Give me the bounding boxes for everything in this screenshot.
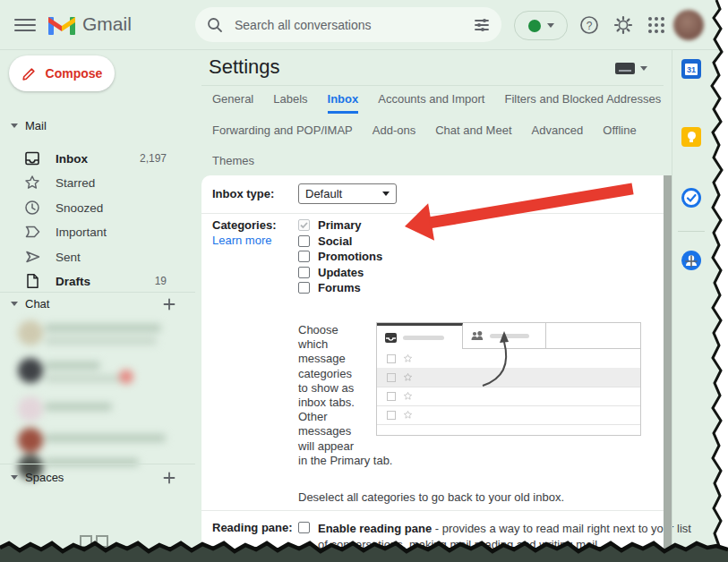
checkbox-unchecked [298, 235, 310, 247]
restore-windows-icon[interactable] [80, 535, 108, 548]
vertical-scrollbar[interactable] [664, 175, 672, 562]
chat-name-redacted[interactable] [45, 458, 139, 466]
new-chat-plus-icon[interactable] [162, 297, 176, 311]
spaces-section-label: Spaces [25, 471, 64, 484]
drafts-count: 19 [155, 275, 167, 287]
category-option-primary[interactable]: Primary [298, 218, 361, 232]
get-add-ons-plus-icon[interactable] [684, 254, 704, 274]
tab-accounts-and-import[interactable]: Accounts and Import [378, 92, 484, 114]
avatar[interactable] [18, 358, 43, 383]
gear-icon[interactable] [612, 14, 634, 36]
category-label: Promotions [318, 250, 382, 263]
row-divider [201, 510, 664, 511]
settings-tabs-row-1: General Labels Inbox Accounts and Import… [212, 92, 661, 114]
reading-pane-option-title: Enable reading pane [318, 522, 432, 535]
main-menu-icon[interactable] [14, 14, 36, 36]
reading-pane-checkbox[interactable] [298, 522, 310, 533]
category-option-promotions[interactable]: Promotions [298, 250, 382, 263]
annotation-arrow [402, 169, 638, 244]
category-label: Social [318, 234, 352, 248]
settings-tabs-row-2: Forwarding and POP/IMAP Add-ons Chat and… [212, 123, 637, 137]
search-bar[interactable] [195, 7, 501, 42]
sidebar-item-label: Important [56, 226, 107, 239]
chat-status-chip[interactable] [514, 11, 568, 40]
tab-inbox[interactable]: Inbox [328, 92, 359, 114]
gmail-logo[interactable]: Gmail [48, 13, 132, 35]
search-input[interactable] [233, 17, 473, 33]
category-option-forums[interactable]: Forums [298, 281, 361, 294]
spaces-section-header[interactable]: Spaces [11, 471, 64, 484]
bulb-stem [689, 140, 693, 142]
chat-name-redacted[interactable] [45, 403, 112, 411]
sidebar-item-label: Snoozed [56, 201, 103, 215]
search-icon [206, 16, 224, 34]
tab-forwarding-pop-imap[interactable]: Forwarding and POP/IMAP [212, 123, 353, 137]
profile-avatar[interactable] [673, 10, 704, 40]
inbox-icon [23, 149, 41, 167]
avatar[interactable] [18, 320, 43, 345]
tab-add-ons[interactable]: Add-ons [373, 123, 415, 137]
collapse-triangle-icon [11, 302, 18, 306]
important-tag-icon [23, 223, 41, 241]
chat-name-redacted[interactable] [45, 362, 100, 370]
product-name: Gmail [82, 13, 132, 35]
inbox-type-value: Default [305, 187, 342, 200]
category-option-updates[interactable]: Updates [298, 266, 364, 279]
tab-general[interactable]: General [212, 92, 253, 114]
help-icon[interactable]: ? [578, 14, 600, 36]
chat-name-redacted[interactable] [45, 324, 161, 332]
sidebar-item-label: Inbox [56, 152, 88, 166]
chat-preview-redacted [45, 337, 157, 345]
avatar[interactable] [18, 428, 43, 453]
sidebar-item-label: Starred [56, 176, 95, 190]
left-sidebar: Compose Mail Inbox 2,197 Starred S [0, 50, 195, 562]
top-bar: Gmail ? [0, 0, 728, 50]
clock-icon [23, 199, 41, 217]
illustration-primary-tab [377, 323, 463, 349]
inbox-type-label: Inbox type: [212, 187, 274, 200]
new-space-plus-icon[interactable] [162, 471, 176, 485]
chat-preview-redacted [45, 375, 127, 382]
deselect-note: Deselect all categories to go back to yo… [298, 490, 564, 504]
sidebar-item-important[interactable]: Important [0, 220, 188, 243]
tab-filters-and-blocked-addresses[interactable]: Filters and Blocked Addresses [504, 92, 661, 114]
mail-section-header[interactable]: Mail [11, 119, 47, 132]
chat-name-redacted[interactable] [45, 434, 166, 442]
tab-chat-and-meet[interactable]: Chat and Meet [435, 123, 511, 137]
calendar-icon[interactable]: 31 [681, 59, 701, 79]
sidebar-item-sent[interactable]: Sent [0, 245, 188, 268]
display-density-control[interactable] [615, 63, 647, 74]
learn-more-link[interactable]: Learn more [212, 234, 271, 247]
checkbox-unchecked [298, 251, 310, 262]
avatar[interactable] [18, 396, 43, 422]
chat-section-header[interactable]: Chat [11, 297, 49, 311]
sidebar-item-snoozed[interactable]: Snoozed [0, 196, 188, 219]
arrow-shaft [429, 183, 634, 228]
inbox-type-select[interactable]: Default [298, 183, 397, 204]
chevron-down-icon [547, 23, 554, 28]
sidebar-item-label: Drafts [56, 275, 90, 288]
checkbox-checked-disabled [298, 219, 310, 231]
sidebar-item-drafts[interactable]: Drafts 19 [0, 269, 188, 293]
keep-icon[interactable] [681, 127, 701, 147]
tune-icon[interactable] [473, 16, 491, 34]
right-rail-divider [672, 50, 672, 562]
tab-advanced[interactable]: Advanced [532, 123, 584, 137]
compose-button[interactable]: Compose [9, 55, 115, 91]
apps-grid-icon[interactable] [646, 14, 667, 36]
inbox-tabs-illustration [376, 322, 641, 436]
rail-divider [678, 231, 705, 232]
presence-active-icon [528, 20, 541, 32]
checkbox-unchecked [298, 522, 310, 533]
tab-offline[interactable]: Offline [603, 123, 636, 137]
checkbox-unchecked [298, 267, 310, 278]
tab-labels[interactable]: Labels [273, 92, 307, 114]
categories-label: Categories: [212, 218, 277, 232]
unread-badge [119, 370, 133, 384]
category-option-social[interactable]: Social [298, 234, 352, 248]
collapse-triangle-icon [11, 475, 18, 480]
tab-themes[interactable]: Themes [212, 154, 254, 167]
tasks-icon[interactable] [681, 188, 701, 208]
sidebar-item-inbox[interactable]: Inbox 2,197 [0, 147, 188, 170]
sidebar-item-starred[interactable]: Starred [0, 171, 188, 194]
